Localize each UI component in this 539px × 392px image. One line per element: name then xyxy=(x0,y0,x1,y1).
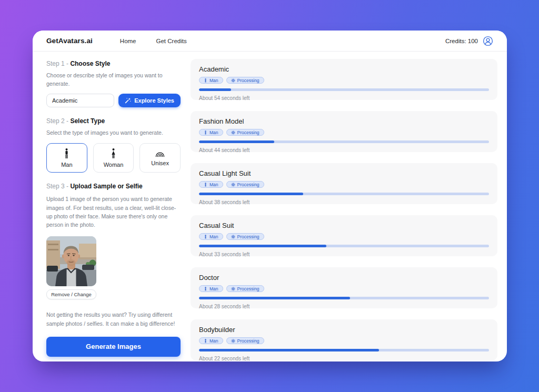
step3-description: Upload 1 image of the person you want to… xyxy=(46,195,181,229)
status-badge-label: Processing xyxy=(237,78,259,83)
main-nav: Home Get Credits xyxy=(120,38,187,44)
person-icon xyxy=(204,78,207,83)
job-card: Academic Man xyxy=(191,59,497,100)
progress-fill xyxy=(199,88,231,91)
job-badges: Man Processing xyxy=(199,77,489,84)
step2-description: Select the type of images you want to ge… xyxy=(46,129,181,137)
person-icon xyxy=(204,235,207,239)
status-badge-label: Processing xyxy=(237,182,259,187)
job-eta: About 28 seconds left xyxy=(199,304,489,309)
type-badge: Man xyxy=(199,129,223,136)
type-badge: Man xyxy=(199,77,223,84)
status-badge-label: Processing xyxy=(237,286,259,292)
nav-get-credits[interactable]: Get Credits xyxy=(156,38,187,44)
job-card: Bodybuilder Man xyxy=(191,319,497,360)
progress-bar xyxy=(199,193,489,195)
type-badge: Man xyxy=(199,233,223,240)
woman-icon xyxy=(111,148,116,159)
type-option-man[interactable]: Man xyxy=(46,143,87,173)
rainbow-icon xyxy=(155,149,165,157)
tip-text: Not getting the results you want? Try us… xyxy=(46,310,181,328)
step1-heading: Step 1 - Choose Style xyxy=(46,60,181,67)
wand-icon xyxy=(125,97,131,104)
progress-bar xyxy=(199,140,489,143)
type-badge-label: Man xyxy=(209,130,218,135)
status-badge: Processing xyxy=(226,337,264,344)
credits-counter: Credits: 100 xyxy=(445,38,478,44)
progress-fill xyxy=(199,297,350,299)
remove-change-button[interactable]: Remove / Change xyxy=(46,289,96,299)
gear-icon xyxy=(231,287,235,291)
job-card: Fashion Model Man xyxy=(191,111,497,152)
step2-heading: Step 2 - Select Type xyxy=(46,117,181,125)
config-panel: Step 1 - Choose Style Choose or describe… xyxy=(46,59,181,361)
brand-logo: GetAvatars.ai xyxy=(46,37,93,45)
status-badge-label: Processing xyxy=(237,130,259,135)
gear-icon xyxy=(231,235,235,239)
progress-bar xyxy=(199,245,489,247)
user-circle-icon[interactable] xyxy=(483,36,493,46)
step1-description: Choose or describe style of images you w… xyxy=(46,72,181,88)
type-option-label: Unisex xyxy=(151,160,169,166)
job-eta: About 54 seconds left xyxy=(199,95,489,101)
header: GetAvatars.ai Home Get Credits Credits: … xyxy=(33,31,507,52)
job-badges: Man Processing xyxy=(199,181,489,188)
type-badge: Man xyxy=(199,181,223,188)
job-eta: About 44 seconds left xyxy=(199,147,489,153)
type-badge-label: Man xyxy=(209,286,218,292)
job-eta: About 38 seconds left xyxy=(199,199,489,205)
status-badge-label: Processing xyxy=(237,234,259,239)
job-badges: Man Processing xyxy=(199,285,489,292)
type-badge-label: Man xyxy=(209,234,218,239)
job-title: Bodybuilder xyxy=(199,326,489,334)
status-badge-label: Processing xyxy=(237,338,259,344)
gear-icon xyxy=(231,78,235,83)
job-card: Doctor Man xyxy=(191,267,497,308)
nav-home[interactable]: Home xyxy=(120,38,136,44)
generate-images-button[interactable]: Generate Images xyxy=(46,337,181,357)
person-icon xyxy=(204,287,207,291)
generation-queue: Academic Man xyxy=(191,59,497,361)
person-icon xyxy=(204,339,207,343)
status-badge: Processing xyxy=(226,233,264,240)
step2-prefix: Step 2 - xyxy=(46,117,68,125)
gear-icon xyxy=(231,339,235,343)
type-badge: Man xyxy=(199,337,223,344)
status-badge: Processing xyxy=(226,285,264,292)
job-card: Casual Light Suit Man xyxy=(191,163,497,204)
progress-fill xyxy=(199,245,326,247)
style-input[interactable] xyxy=(46,94,114,107)
progress-fill xyxy=(199,349,379,351)
job-title: Casual Suit xyxy=(199,222,489,229)
app-window: GetAvatars.ai Home Get Credits Credits: … xyxy=(33,31,507,361)
progress-bar xyxy=(199,88,489,91)
type-badge-label: Man xyxy=(209,338,218,344)
status-badge: Processing xyxy=(226,181,264,188)
progress-bar xyxy=(199,349,489,351)
job-badges: Man Processing xyxy=(199,337,489,344)
type-option-label: Woman xyxy=(104,162,124,168)
type-badge: Man xyxy=(199,285,223,292)
job-title: Doctor xyxy=(199,274,489,282)
type-option-woman[interactable]: Woman xyxy=(93,143,134,173)
type-selector: Man Woman xyxy=(46,143,181,173)
progress-bar xyxy=(199,297,489,299)
job-title: Academic xyxy=(199,65,489,73)
step2-title: Select Type xyxy=(70,117,105,125)
type-option-label: Man xyxy=(61,162,72,168)
job-eta: About 22 seconds left xyxy=(199,356,489,361)
step1-title: Choose Style xyxy=(70,60,110,67)
step3-title: Upload Sample or Selfie xyxy=(70,183,142,190)
type-badge-label: Man xyxy=(209,78,218,83)
job-card: Casual Suit Man xyxy=(191,215,497,256)
step3-prefix: Step 3 - xyxy=(46,183,68,190)
man-icon xyxy=(64,148,69,159)
step3-heading: Step 3 - Upload Sample or Selfie xyxy=(46,183,181,190)
job-badges: Man Processing xyxy=(199,233,489,240)
explore-styles-button[interactable]: Explore Styles xyxy=(118,94,181,107)
person-icon xyxy=(204,183,207,187)
job-title: Casual Light Suit xyxy=(199,169,489,177)
explore-styles-label: Explore Styles xyxy=(134,97,174,104)
type-option-unisex[interactable]: Unisex xyxy=(139,143,181,173)
progress-fill xyxy=(199,193,303,195)
